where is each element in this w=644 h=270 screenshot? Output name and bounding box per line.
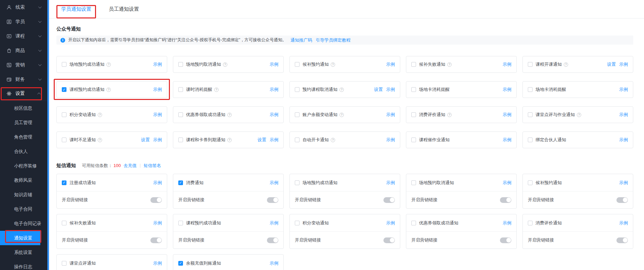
- marketing-toggle[interactable]: [383, 197, 395, 203]
- example-link[interactable]: 示例: [619, 112, 628, 118]
- sidebar-item-1[interactable]: 学员: [0, 14, 47, 29]
- checkbox[interactable]: [295, 62, 300, 67]
- help-icon[interactable]: ?: [577, 113, 581, 117]
- checkbox[interactable]: [62, 62, 66, 67]
- sidebar-subitem-8[interactable]: 电子合同记录: [0, 216, 40, 231]
- help-icon[interactable]: ?: [447, 62, 452, 67]
- marketing-toggle[interactable]: [267, 197, 278, 203]
- marketing-toggle[interactable]: [616, 237, 628, 243]
- help-icon[interactable]: ?: [106, 88, 111, 92]
- checkbox[interactable]: [528, 112, 533, 117]
- example-link[interactable]: 示例: [270, 137, 278, 143]
- help-icon[interactable]: ?: [98, 113, 102, 117]
- example-link[interactable]: 示例: [386, 220, 395, 226]
- sidebar-item-6[interactable]: 设置: [0, 87, 47, 101]
- sidebar-subitem-3[interactable]: 合伙人: [0, 144, 40, 159]
- checkbox[interactable]: [62, 112, 66, 117]
- marketing-toggle[interactable]: [150, 237, 162, 243]
- help-icon[interactable]: ?: [106, 62, 111, 67]
- sidebar-subitem-6[interactable]: 知识店铺: [0, 187, 40, 202]
- example-link[interactable]: 示例: [270, 87, 278, 93]
- checkbox[interactable]: ✓: [178, 180, 183, 185]
- checkbox[interactable]: ✓: [62, 87, 66, 92]
- sidebar-item-3[interactable]: 商品: [0, 43, 47, 58]
- example-link[interactable]: 示例: [386, 137, 395, 143]
- example-link[interactable]: 示例: [270, 260, 278, 266]
- checkbox[interactable]: [411, 112, 416, 117]
- help-icon[interactable]: ?: [227, 138, 232, 142]
- example-link[interactable]: 示例: [153, 220, 162, 226]
- example-link[interactable]: 示例: [153, 260, 162, 266]
- checkbox[interactable]: [528, 221, 533, 225]
- checkbox[interactable]: [62, 138, 66, 142]
- example-link[interactable]: 示例: [386, 61, 395, 67]
- example-link[interactable]: 示例: [503, 61, 511, 67]
- sidebar-subitem-0[interactable]: 校区信息: [0, 101, 40, 115]
- example-link[interactable]: 示例: [386, 87, 395, 93]
- example-link[interactable]: 示例: [503, 112, 511, 118]
- checkbox[interactable]: [62, 221, 66, 225]
- example-link[interactable]: 示例: [503, 87, 511, 93]
- help-icon[interactable]: ?: [447, 113, 452, 117]
- example-link[interactable]: 示例: [153, 87, 162, 93]
- settings-link[interactable]: 设置: [258, 137, 266, 143]
- checkbox[interactable]: [178, 87, 183, 92]
- checkbox[interactable]: [411, 221, 416, 225]
- sidebar-subitem-9[interactable]: 通知设置: [0, 231, 40, 245]
- checkbox[interactable]: [411, 138, 416, 142]
- sidebar-item-4[interactable]: 营销: [0, 58, 47, 72]
- settings-link[interactable]: 设置: [607, 61, 616, 67]
- marketing-toggle[interactable]: [150, 197, 162, 203]
- help-icon[interactable]: ?: [227, 113, 232, 117]
- checkbox[interactable]: [178, 62, 183, 67]
- checkbox[interactable]: [411, 87, 416, 92]
- sidebar-item-5[interactable]: 财务: [0, 72, 47, 87]
- example-link[interactable]: 示例: [270, 180, 278, 186]
- marketing-toggle[interactable]: [383, 237, 395, 243]
- sidebar-subitem-11[interactable]: 操作日志: [0, 260, 40, 270]
- sidebar-item-2[interactable]: 课程: [0, 29, 47, 43]
- checkbox[interactable]: [528, 138, 533, 142]
- help-icon[interactable]: ?: [98, 138, 102, 142]
- marketing-toggle[interactable]: [500, 237, 511, 243]
- help-icon[interactable]: ?: [223, 62, 227, 67]
- checkbox[interactable]: [295, 112, 300, 117]
- checkbox[interactable]: [295, 138, 300, 142]
- marketing-toggle[interactable]: [267, 237, 278, 243]
- checkbox[interactable]: [178, 221, 183, 225]
- help-icon[interactable]: ?: [214, 88, 219, 92]
- help-icon[interactable]: ?: [564, 62, 568, 67]
- example-link[interactable]: 示例: [619, 61, 628, 67]
- example-link[interactable]: 示例: [619, 180, 628, 186]
- checkbox[interactable]: [411, 62, 416, 67]
- tab-1[interactable]: 员工通知设置: [107, 0, 141, 18]
- checkbox[interactable]: [411, 180, 416, 185]
- checkbox[interactable]: [178, 112, 183, 117]
- settings-link[interactable]: 设置: [374, 87, 383, 93]
- checkbox[interactable]: [295, 180, 300, 185]
- example-link[interactable]: 示例: [153, 137, 162, 143]
- sidebar-item-0[interactable]: 线索: [0, 0, 47, 14]
- promo-code-link[interactable]: 通知推广码: [290, 37, 312, 43]
- example-link[interactable]: 示例: [619, 137, 628, 143]
- example-link[interactable]: 示例: [153, 180, 162, 186]
- sidebar-subitem-5[interactable]: 教师风采: [0, 173, 40, 187]
- tab-0[interactable]: 学员通知设置: [59, 0, 93, 18]
- checkbox[interactable]: [528, 87, 533, 92]
- recharge-link[interactable]: 去充值: [124, 163, 137, 169]
- checkbox[interactable]: ✓: [178, 261, 183, 266]
- checkbox[interactable]: [295, 221, 300, 225]
- settings-link[interactable]: 设置: [141, 137, 150, 143]
- example-link[interactable]: 示例: [270, 220, 278, 226]
- example-link[interactable]: 示例: [619, 220, 628, 226]
- example-link[interactable]: 示例: [386, 112, 395, 118]
- example-link[interactable]: 示例: [153, 112, 162, 118]
- checkbox[interactable]: ✓: [62, 180, 66, 185]
- example-link[interactable]: 示例: [270, 61, 278, 67]
- sidebar-subitem-7[interactable]: 电子合同: [0, 202, 40, 216]
- example-link[interactable]: 示例: [270, 112, 278, 118]
- checkbox[interactable]: [295, 87, 300, 92]
- example-link[interactable]: 示例: [503, 137, 511, 143]
- marketing-toggle[interactable]: [616, 197, 628, 203]
- sidebar-subitem-2[interactable]: 角色管理: [0, 130, 40, 144]
